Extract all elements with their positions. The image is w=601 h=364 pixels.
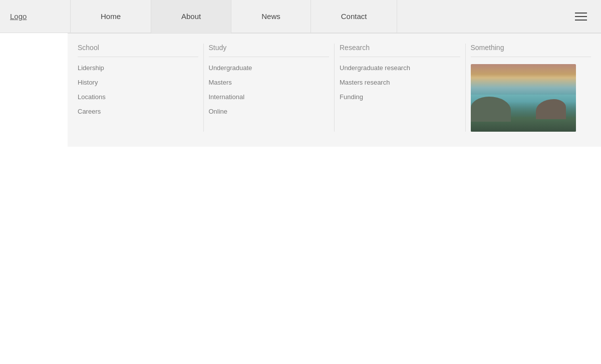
hamburger-menu[interactable] — [571, 13, 601, 21]
mega-col-study: Study Undergraduate Masters Internationa… — [204, 44, 335, 132]
mega-item-careers[interactable]: Careers — [78, 108, 198, 115]
nav-items: Home About News Contact — [70, 0, 571, 33]
hamburger-line-1 — [575, 13, 587, 14]
navbar: Logo Home About News Contact — [0, 0, 601, 33]
nav-item-home[interactable]: Home — [70, 0, 151, 33]
mega-col-study-title: Study — [209, 44, 330, 57]
nav-item-contact[interactable]: Contact — [311, 0, 398, 33]
hamburger-line-3 — [575, 20, 587, 21]
mega-item-lidership[interactable]: Lidership — [78, 64, 198, 72]
mega-col-school-title: School — [78, 44, 198, 57]
mega-item-international[interactable]: International — [209, 93, 330, 101]
mega-item-masters-research[interactable]: Masters research — [340, 79, 460, 86]
mega-col-something-title: Something — [471, 44, 591, 57]
mega-col-research-title: Research — [340, 44, 460, 57]
mega-item-online[interactable]: Online — [209, 108, 330, 115]
mega-item-undergraduate[interactable]: Undergraduate — [209, 64, 330, 72]
mega-col-research: Research Undergraduate research Masters … — [335, 44, 466, 132]
mega-col-something: Something — [466, 44, 596, 132]
logo[interactable]: Logo — [0, 12, 70, 21]
nav-item-news[interactable]: News — [231, 0, 311, 33]
mega-item-masters[interactable]: Masters — [209, 79, 330, 86]
mega-item-locations[interactable]: Locations — [78, 93, 198, 101]
nav-item-about[interactable]: About — [151, 0, 231, 33]
mega-item-history[interactable]: History — [78, 79, 198, 86]
mega-item-funding[interactable]: Funding — [340, 93, 460, 101]
mega-item-undergraduate-research[interactable]: Undergraduate research — [340, 64, 460, 72]
mega-menu: School Lidership History Locations Caree… — [68, 33, 601, 147]
hamburger-line-2 — [575, 16, 587, 17]
image-rocks-left — [471, 97, 511, 122]
featured-image — [471, 64, 576, 132]
mega-col-school: School Lidership History Locations Caree… — [73, 44, 204, 132]
